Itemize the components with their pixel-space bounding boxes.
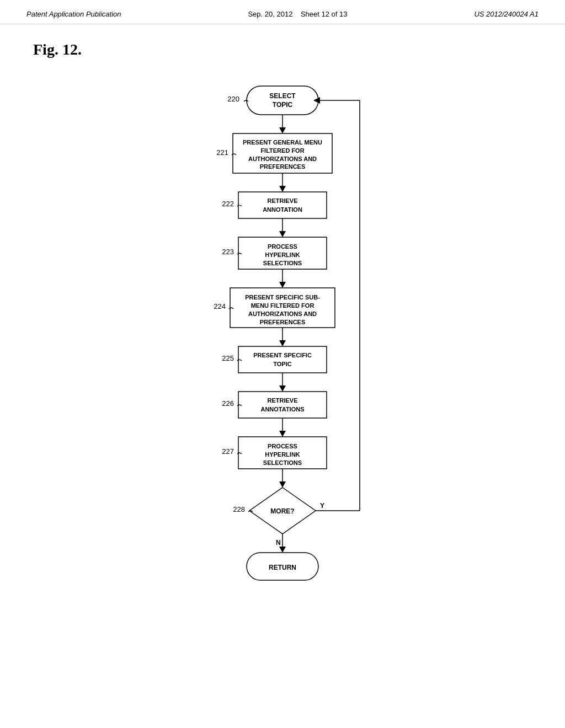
svg-marker-16 <box>279 231 286 237</box>
svg-marker-4 <box>279 127 286 133</box>
svg-text:TOPIC: TOPIC <box>273 101 293 109</box>
header-date: Sep. 20, 2012 <box>248 10 292 18</box>
svg-text:PREFERENCES: PREFERENCES <box>260 163 306 170</box>
svg-text:SELECTIONS: SELECTIONS <box>263 459 302 466</box>
node-227: PROCESS HYPERLINK SELECTIONS <box>238 437 327 469</box>
svg-text:HYPERLINK: HYPERLINK <box>265 251 300 258</box>
node-224: PRESENT SPECIFIC SUB- MENU FILTERED FOR … <box>230 288 335 328</box>
svg-text:TOPIC: TOPIC <box>273 361 291 367</box>
flowchart-svg: SELECT TOPIC 220 PRESENT GENERAL MENU FI… <box>145 75 420 682</box>
node-229: RETURN <box>247 553 318 580</box>
node-220: SELECT TOPIC <box>247 86 318 115</box>
svg-text:SELECT: SELECT <box>269 92 296 100</box>
svg-text:RETRIEVE: RETRIEVE <box>267 397 297 404</box>
svg-text:ANNOTATION: ANNOTATION <box>263 206 302 213</box>
svg-text:PROCESS: PROCESS <box>268 243 297 250</box>
svg-rect-35 <box>238 392 327 418</box>
svg-marker-34 <box>279 386 286 392</box>
svg-text:AUTHORIZATIONS AND: AUTHORIZATIONS AND <box>248 311 317 317</box>
figure-title: Fig. 12. <box>33 41 532 58</box>
node-223: PROCESS HYPERLINK SELECTIONS <box>238 237 327 269</box>
node-222: RETRIEVE ANNOTATION <box>238 192 327 218</box>
label-228: 228 <box>233 505 245 513</box>
svg-marker-11 <box>279 186 286 192</box>
svg-text:RETURN: RETURN <box>269 564 296 571</box>
main-content: Fig. 12. SELECT TOPIC 220 PRESENT GENERA… <box>0 24 565 700</box>
label-no: N <box>276 539 281 547</box>
label-220: 220 <box>227 95 239 103</box>
page-header: Patent Application Publication Sep. 20, … <box>0 0 565 24</box>
svg-marker-22 <box>279 282 286 288</box>
svg-marker-39 <box>279 431 286 437</box>
svg-text:FILTERED FOR: FILTERED FOR <box>260 147 304 154</box>
node-226: RETRIEVE ANNOTATIONS <box>238 392 327 418</box>
svg-text:PRESENT GENERAL MENU: PRESENT GENERAL MENU <box>243 139 322 146</box>
svg-text:MORE?: MORE? <box>270 507 294 515</box>
svg-text:PRESENT SPECIFIC: PRESENT SPECIFIC <box>253 352 312 358</box>
svg-rect-30 <box>238 346 327 373</box>
svg-marker-53 <box>279 547 286 553</box>
label-yes: Y <box>320 502 324 510</box>
svg-rect-12 <box>238 192 327 218</box>
svg-text:PREFERENCES: PREFERENCES <box>260 319 306 325</box>
header-sheet: Sheet 12 of 13 <box>301 10 348 18</box>
header-center: Sep. 20, 2012 Sheet 12 of 13 <box>248 10 347 18</box>
svg-text:RETRIEVE: RETRIEVE <box>267 197 297 204</box>
node-221: PRESENT GENERAL MENU FILTERED FOR AUTHOR… <box>233 133 332 173</box>
label-225: 225 <box>222 354 234 362</box>
header-left: Patent Application Publication <box>26 10 121 18</box>
node-228: MORE? <box>249 488 316 534</box>
node-225: PRESENT SPECIFIC TOPIC <box>238 346 327 373</box>
svg-rect-0 <box>247 86 318 115</box>
label-222: 222 <box>222 200 234 208</box>
svg-text:PRESENT SPECIFIC SUB-: PRESENT SPECIFIC SUB- <box>245 294 320 301</box>
svg-text:SELECTIONS: SELECTIONS <box>263 260 302 266</box>
label-223: 223 <box>222 248 234 256</box>
svg-text:MENU FILTERED FOR: MENU FILTERED FOR <box>251 302 315 309</box>
svg-text:AUTHORIZATIONS AND: AUTHORIZATIONS AND <box>248 156 317 162</box>
svg-text:HYPERLINK: HYPERLINK <box>265 451 300 458</box>
svg-text:PROCESS: PROCESS <box>268 443 297 449</box>
svg-marker-29 <box>279 340 286 346</box>
svg-marker-45 <box>279 481 286 488</box>
label-227: 227 <box>222 447 234 456</box>
flowchart-container: SELECT TOPIC 220 PRESENT GENERAL MENU FI… <box>145 75 420 684</box>
header-right: US 2012/240024 A1 <box>474 10 539 18</box>
label-226: 226 <box>222 399 234 408</box>
svg-text:ANNOTATIONS: ANNOTATIONS <box>260 406 304 413</box>
label-221: 221 <box>216 148 228 157</box>
label-224: 224 <box>214 302 226 311</box>
